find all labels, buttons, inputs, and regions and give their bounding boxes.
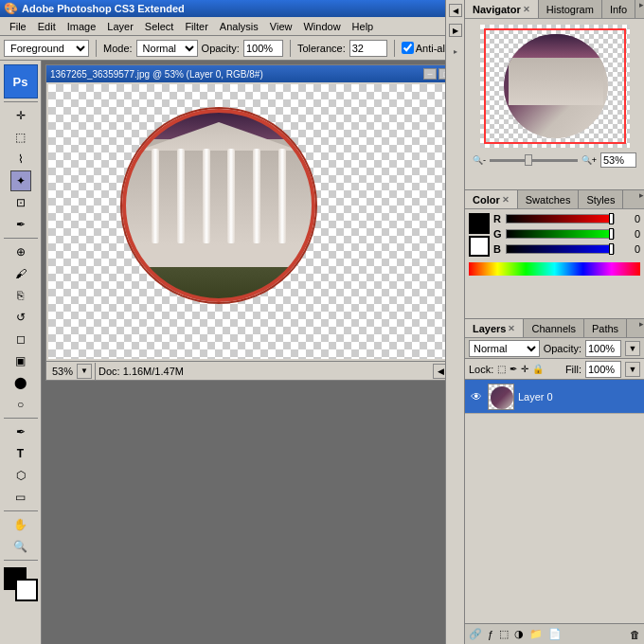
document-canvas[interactable]: ↗ xyxy=(48,84,463,359)
background-swatch[interactable] xyxy=(469,236,490,257)
delete-layer-icon[interactable]: 🗑 xyxy=(630,629,640,640)
zoom-tool[interactable]: 🔍 xyxy=(10,536,31,557)
green-slider-thumb[interactable] xyxy=(609,228,614,240)
red-slider-thumb[interactable] xyxy=(609,213,614,224)
history-brush-tool[interactable]: ↺ xyxy=(10,307,31,328)
doc-minimize-button[interactable]: ─ xyxy=(423,68,437,80)
layer-style-icon[interactable]: ƒ xyxy=(488,629,493,640)
blue-slider-thumb[interactable] xyxy=(609,243,614,255)
gradient-tool[interactable]: ▣ xyxy=(10,350,31,371)
tab-histogram[interactable]: Histogram xyxy=(539,0,602,18)
navigator-tab-close[interactable]: ✕ xyxy=(523,5,530,14)
fill-input[interactable] xyxy=(585,361,621,378)
background-color-swatch[interactable] xyxy=(15,579,38,601)
red-slider-track[interactable] xyxy=(506,214,615,224)
blur-tool[interactable]: ⬤ xyxy=(10,372,31,393)
dodge-tool[interactable]: ○ xyxy=(10,394,31,415)
opacity-input[interactable] xyxy=(243,40,283,57)
color-spectrum-bar[interactable] xyxy=(469,262,640,276)
navigator-viewport-rect[interactable] xyxy=(484,28,626,144)
tool-row-19: ✋ xyxy=(10,514,31,535)
tab-navigator[interactable]: Navigator ✕ xyxy=(465,0,539,18)
layer-adjustment-icon[interactable]: ◑ xyxy=(514,628,524,640)
menu-analysis[interactable]: Analysis xyxy=(214,19,264,34)
lock-all-icon[interactable]: 🔒 xyxy=(532,364,544,374)
menu-image[interactable]: Image xyxy=(62,19,102,34)
new-layer-icon[interactable]: 📄 xyxy=(548,628,562,640)
clone-stamp-tool[interactable]: ⎘ xyxy=(10,285,31,306)
lock-position-icon[interactable]: ✛ xyxy=(521,364,528,374)
path-selection-tool[interactable]: ⬡ xyxy=(10,465,31,486)
opacity-label: Opacity: xyxy=(544,343,581,354)
layer-link-icon[interactable]: 🔗 xyxy=(469,628,482,640)
hand-tool[interactable]: ✋ xyxy=(10,514,31,535)
tab-color[interactable]: Color ✕ xyxy=(465,190,518,208)
zoom-input[interactable] xyxy=(600,152,636,168)
layers-options-button[interactable]: ▸ xyxy=(639,319,644,337)
mode-dropdown[interactable]: Normal xyxy=(136,40,198,57)
text-tool[interactable]: T xyxy=(10,443,31,464)
color-tab-close[interactable]: ✕ xyxy=(502,195,510,205)
zoom-out-icon[interactable]: 🔍- xyxy=(473,155,486,165)
layer-visibility-toggle[interactable]: 👁 xyxy=(469,389,484,404)
document-window: 1367265_36359577.jpg @ 53% (Layer 0, RGB… xyxy=(45,64,472,381)
healing-brush-tool[interactable]: ⊕ xyxy=(10,242,31,262)
brush-tool[interactable]: 🖌 xyxy=(10,263,31,284)
zoom-slider[interactable] xyxy=(490,159,578,162)
tool-preset-dropdown[interactable]: Foreground xyxy=(4,40,89,57)
green-slider-track[interactable] xyxy=(506,229,615,239)
tolerance-label: Tolerance: xyxy=(297,43,346,54)
zoom-slider-thumb[interactable] xyxy=(525,154,532,166)
lock-image-icon[interactable]: ✒ xyxy=(510,364,517,374)
layer-item-0[interactable]: 👁 Layer 0 xyxy=(465,380,644,414)
navigator-options-button[interactable]: ▸ xyxy=(639,0,644,18)
layer-opacity-arrow[interactable]: ▼ xyxy=(625,341,640,356)
layer-opacity-input[interactable] xyxy=(585,340,621,357)
tool-row-7: ⊕ xyxy=(10,242,31,262)
tolerance-input[interactable] xyxy=(349,40,387,57)
crop-tool[interactable]: ⊡ xyxy=(10,192,31,213)
menu-file[interactable]: File xyxy=(4,19,32,34)
blend-mode-dropdown[interactable]: Normal xyxy=(469,340,540,357)
layer-group-icon[interactable]: 📁 xyxy=(529,628,543,640)
document-titlebar: 1367265_36359577.jpg @ 53% (Layer 0, RGB… xyxy=(46,65,471,82)
menu-view[interactable]: View xyxy=(264,19,298,34)
menu-edit[interactable]: Edit xyxy=(32,19,62,34)
tab-info[interactable]: Info xyxy=(602,0,635,18)
layer-mask-icon[interactable]: ⬚ xyxy=(499,628,509,640)
eraser-tool[interactable]: ◻ xyxy=(10,329,31,349)
layers-blend-mode-row: Normal Opacity: ▼ xyxy=(465,338,644,359)
expand-right-button[interactable]: ▶ xyxy=(449,24,462,37)
layer-list: 👁 Layer 0 xyxy=(465,380,644,623)
layers-tab-close[interactable]: ✕ xyxy=(508,324,515,333)
tab-layers[interactable]: Layers ✕ xyxy=(465,319,524,337)
collapse-left-button[interactable]: ◀ xyxy=(449,4,462,17)
move-tool[interactable]: ✛ xyxy=(10,105,31,126)
menu-filter[interactable]: Filter xyxy=(179,19,213,34)
tab-swatches[interactable]: Swatches xyxy=(518,190,580,208)
foreground-swatch[interactable] xyxy=(469,213,490,234)
tab-channels[interactable]: Channels xyxy=(524,319,583,337)
toolbar-sep-4 xyxy=(4,510,38,511)
blue-slider-track[interactable] xyxy=(506,244,615,254)
lasso-tool[interactable]: ⌇ xyxy=(10,149,31,170)
color-panel-inner: R 0 G 0 xyxy=(465,209,644,262)
lock-transparent-icon[interactable]: ⬚ xyxy=(497,364,506,374)
anti-alias-checkbox[interactable] xyxy=(402,42,414,54)
zoom-in-icon[interactable]: 🔍+ xyxy=(581,155,597,165)
tab-styles[interactable]: Styles xyxy=(579,190,623,208)
color-options-button[interactable]: ▸ xyxy=(639,190,644,208)
menu-window[interactable]: Window xyxy=(297,19,346,34)
menu-select[interactable]: Select xyxy=(139,19,180,34)
menu-layer[interactable]: Layer xyxy=(101,19,139,34)
menu-help[interactable]: Help xyxy=(347,19,380,34)
eyedropper-tool[interactable]: ✒ xyxy=(10,214,31,235)
fill-arrow[interactable]: ▼ xyxy=(625,362,640,377)
marquee-tool[interactable]: ⬚ xyxy=(10,127,31,148)
shape-tool[interactable]: ▭ xyxy=(10,487,31,508)
zoom-menu-button[interactable]: ▼ xyxy=(77,364,92,379)
tool-row-5: ⊡ xyxy=(10,192,31,213)
tab-paths[interactable]: Paths xyxy=(584,319,627,337)
magic-wand-tool[interactable]: ✦ xyxy=(10,170,31,191)
pen-tool[interactable]: ✒ xyxy=(10,421,31,442)
